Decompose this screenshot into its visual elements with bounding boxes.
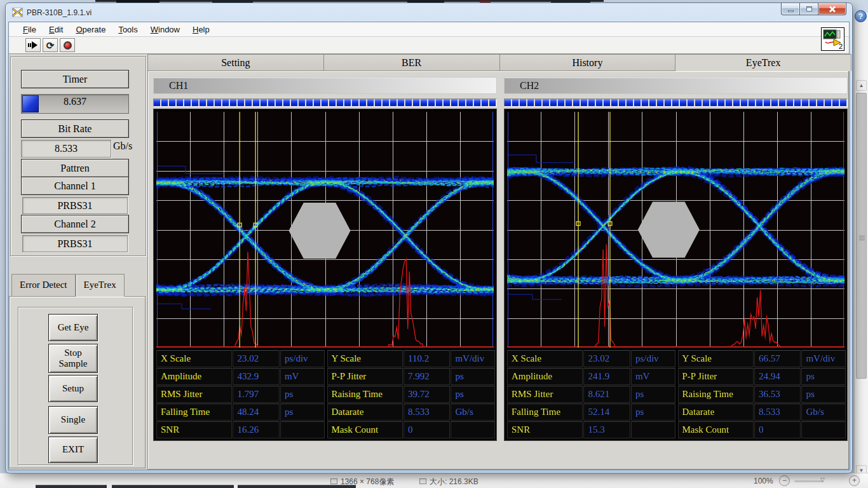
stat-value: 110.2 <box>403 350 451 367</box>
stat-unit <box>280 421 325 438</box>
eye-diagram-ch1 <box>156 112 494 348</box>
bitrate-label: Bit Rate <box>21 119 129 138</box>
maximize-button[interactable] <box>800 3 818 15</box>
menu-edit[interactable]: Edit <box>43 23 69 36</box>
channel2-pattern-value[interactable]: PRBS31 <box>22 235 128 252</box>
stat-label: Datarate <box>327 403 403 421</box>
timer-progress-bar: 8.637 <box>21 94 129 114</box>
background-window-fragment <box>95 0 604 2</box>
stats-left-columns: X Scale23.02ps/divAmplitude241.9mVRMS Ji… <box>507 350 674 438</box>
setup-button[interactable]: Setup <box>48 375 98 402</box>
zoom-level: 100% <box>754 477 773 485</box>
eye-diagram-ch2 <box>507 112 844 348</box>
viewer-scrollbar[interactable]: ▲ ▼ <box>854 13 868 488</box>
stats-right-columns: Y Scale66.57mV/divP-P Jitter24.94psRaisi… <box>678 350 845 438</box>
abort-icon <box>64 41 72 50</box>
taskbar-fragment <box>36 485 107 488</box>
timer-value: 8.637 <box>22 96 128 107</box>
close-button[interactable] <box>818 3 846 15</box>
viewer-scrollbar-thumb[interactable] <box>856 93 867 379</box>
menu-window[interactable]: Window <box>144 23 186 36</box>
minimize-icon <box>788 10 794 12</box>
stat-unit: ps <box>631 403 675 421</box>
stat-label: P-P Jitter <box>327 368 403 385</box>
stat-unit: mV <box>280 368 325 385</box>
stats-table-ch1: X Scale23.02ps/divAmplitude432.9mVRMS Ji… <box>156 350 494 438</box>
viewer-help-icon[interactable]: ? <box>855 10 867 22</box>
taskbar-fragment <box>238 485 356 488</box>
stat-unit: ps/div <box>631 350 675 367</box>
sidebar-tab-body: Get EyeStop SampleSetupSingleEXIT <box>9 296 146 468</box>
stat-value: 23.02 <box>233 350 280 367</box>
stat-unit: ps <box>801 368 846 385</box>
get-eye-button[interactable]: Get Eye <box>48 314 98 341</box>
zoom-out-button[interactable]: − <box>779 475 790 486</box>
minimize-button[interactable] <box>781 3 800 15</box>
tab-setting[interactable]: Setting <box>147 54 324 71</box>
run-continuous-icon: ⟳ <box>46 41 55 50</box>
main-tab-row: SettingBERHistoryEyeTrex <box>147 54 851 71</box>
stat-label: Mask Count <box>327 421 403 438</box>
stat-label: Falling Time <box>156 403 232 421</box>
tab-history[interactable]: History <box>500 54 676 71</box>
stat-unit: ps <box>451 368 495 385</box>
stats-table-ch2: X Scale23.02ps/divAmplitude241.9mVRMS Ji… <box>507 350 844 438</box>
stat-value: 8.621 <box>583 386 630 403</box>
stat-value: 1.797 <box>233 386 280 403</box>
menu-help[interactable]: Help <box>186 23 216 36</box>
single-button[interactable]: Single <box>48 406 98 434</box>
eyetrex-button-group: Get EyeStop SampleSetupSingleEXIT <box>18 307 133 465</box>
stat-label: Raising Time <box>678 386 754 403</box>
stop-sample-button[interactable]: Stop Sample <box>48 344 98 373</box>
stat-unit <box>451 421 495 438</box>
stat-label: Datarate <box>678 403 754 421</box>
menu-bar: FileEditOperateToolsWindowHelp <box>9 22 849 37</box>
scroll-up-icon[interactable]: ▲ <box>856 80 867 91</box>
tab-ber[interactable]: BER <box>324 54 500 71</box>
front-panel: Timer 8.637 Bit Rate 8.533 Gb/s Pattren … <box>9 54 849 470</box>
title-bar[interactable]: PBR-310B_1.9.1.vi <box>6 3 852 22</box>
bitrate-value[interactable]: 8.533 <box>21 140 111 158</box>
stat-label: Amplitude <box>156 368 232 385</box>
zoom-slider[interactable] <box>794 480 824 482</box>
tab-eyetrex[interactable]: EyeTrex <box>675 54 851 71</box>
eyetrex-panel: CH1X Scale23.02ps/divAmplitude432.9mVRMS… <box>147 71 849 470</box>
sidebar-tab-eyetrex[interactable]: EyeTrex <box>76 274 125 297</box>
exit-button[interactable]: EXIT <box>48 437 98 463</box>
run-continuous-button[interactable]: ⟳ <box>43 38 58 52</box>
run-button[interactable] <box>25 38 41 52</box>
stat-label: Y Scale <box>327 350 403 367</box>
menu-tools[interactable]: Tools <box>112 23 144 36</box>
sidebar-tab-error-detect[interactable]: Error Detect <box>11 274 76 297</box>
stat-value: 23.02 <box>583 350 630 367</box>
taskbar-fragment <box>112 485 234 488</box>
menu-file[interactable]: File <box>17 23 43 36</box>
stat-unit: mV/div <box>451 350 495 367</box>
channels-row: CH1X Scale23.02ps/divAmplitude432.9mVRMS… <box>153 77 848 441</box>
channel-ch2: CH2X Scale23.02ps/divAmplitude241.9mVRMS… <box>504 77 848 441</box>
timer-label: Timer <box>21 70 129 88</box>
stat-label: X Scale <box>156 350 232 367</box>
menu-operate[interactable]: Operate <box>69 23 112 36</box>
channel-display-ch2: X Scale23.02ps/divAmplitude241.9mVRMS Ji… <box>504 109 848 441</box>
stat-value: 7.992 <box>403 368 451 385</box>
stat-label: RMS Jitter <box>507 386 583 403</box>
channel1-pattern-value[interactable]: PRBS31 <box>22 197 128 214</box>
stat-label: Raising Time <box>327 386 403 403</box>
zoom-in-button[interactable]: + <box>849 475 860 486</box>
stat-value: 241.9 <box>583 368 630 385</box>
run-arrow-icon <box>28 41 38 50</box>
channel2-label: Channel 2 <box>21 215 129 233</box>
stat-value: 15.3 <box>583 421 630 438</box>
stat-unit: Gb/s <box>451 403 495 421</box>
stats-right-columns: Y Scale110.2mV/divP-P Jitter7.992psRaisi… <box>327 350 494 438</box>
channel-progress-bar <box>153 98 497 107</box>
bitrate-unit: Gb/s <box>113 140 132 152</box>
vi-icon[interactable]: 2 <box>821 27 844 51</box>
channel1-label: Channel 1 <box>21 177 129 195</box>
channel-display-ch1: X Scale23.02ps/divAmplitude432.9mVRMS Ji… <box>153 109 497 441</box>
zoom-slider-handle-icon[interactable]: ▽ <box>820 477 825 483</box>
abort-button[interactable] <box>60 38 75 52</box>
image-size: 大小: 216.3KB <box>419 477 478 487</box>
stat-label: SNR <box>156 421 232 438</box>
